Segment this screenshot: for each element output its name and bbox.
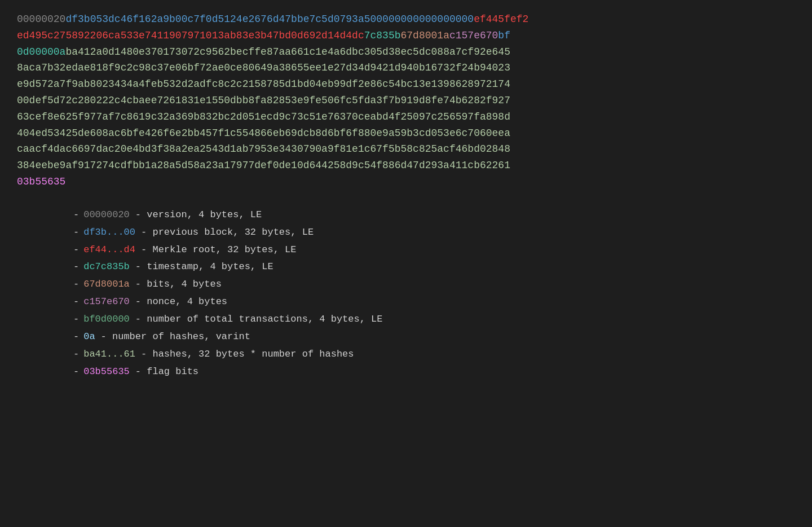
hashes-part8: 384eebe9af917274cdfbb1a28a5d58a23a17977d… (17, 160, 510, 171)
prev-block-part1: df3b053dc46f162a9b00c7f0d5124e2676d47bbe… (65, 14, 370, 25)
hex-line-4: 8aca7b32edae818f9c2c98c37e06bf72ae0ce806… (17, 62, 510, 73)
legend-item-flag-bits: - 03b55635 - flag bits (73, 364, 795, 380)
total-tx-hex: 0d00000a (17, 46, 65, 58)
legend-item-nonce: - c157e670 - nonce, 4 bytes (73, 294, 795, 310)
legend-item-hashes: - ba41...61 - hashes, 32 bytes * number … (73, 346, 795, 363)
dash: - (73, 225, 79, 241)
hex-line-11: 03b55635 (17, 176, 65, 187)
legend-key-merkle: ef44...d4 (83, 242, 135, 258)
hex-line-6: 00def5d72c280222c4cbaee7261831e1550dbb8f… (17, 95, 510, 106)
legend-key-prev-block: df3b...00 (83, 225, 135, 241)
legend: - 00000020 - version, 4 bytes, LE - df3b… (17, 207, 795, 380)
legend-desc-version: - version, 4 bytes, LE (135, 207, 262, 223)
legend-key-flag-bits: 03b55635 (83, 364, 130, 380)
hex-line-7: 63cef8e625f977af7c8619c32a369b832bc2d051… (17, 111, 510, 122)
legend-item-merkle: - ef44...d4 - Merkle root, 32 bytes, LE (73, 242, 795, 258)
legend-item-bits: - 67d8001a - bits, 4 bytes (73, 276, 795, 293)
merkle-root-part1: ef445fef2 (474, 14, 528, 25)
hashes-part3: e9d572a7f9ab8023434a4feb532d2adfc8c2c215… (17, 78, 510, 90)
hex-line-5: e9d572a7f9ab8023434a4feb532d2adfc8c2c215… (17, 78, 510, 90)
legend-desc-hashes: - hashes, 32 bytes * number of hashes (141, 346, 354, 363)
flag-bits-hex: 03b55635 (17, 176, 65, 187)
hashes-part4: 00def5d72c280222c4cbaee7261831e1550dbb8f… (17, 95, 510, 106)
legend-desc-total-tx: - number of total transactions, 4 bytes,… (135, 311, 383, 328)
legend-desc-bits: - bits, 4 bytes (135, 276, 222, 293)
extra-bf: bf (498, 30, 510, 41)
hashes-part5: 63cef8e625f977af7c8619c32a369b832bc2d051… (17, 111, 510, 122)
legend-key-total-tx: bf0d0000 (83, 311, 130, 328)
legend-key-version: 00000020 (83, 207, 130, 223)
dash: - (73, 311, 79, 328)
legend-item-total-tx: - bf0d0000 - number of total transaction… (73, 311, 795, 328)
legend-key-bits: 67d8001a (83, 276, 130, 293)
legend-desc-prev-block: - previous block, 32 bytes, LE (141, 225, 314, 241)
dash: - (73, 294, 79, 310)
dash: - (73, 364, 79, 380)
merkle-root-part2: ed495c275892206ca533e7411907971013ab83e3… (17, 30, 364, 41)
hashes-part1: ba412a0d1480e370173072c9562becffe87aa661… (65, 46, 510, 58)
bits-hex: 67d8001a (401, 30, 449, 41)
hashes-part6: 404ed53425de608ac6bfe426f6e2bb457f1c5548… (17, 128, 510, 139)
dash: - (73, 346, 79, 363)
legend-item-timestamp: - dc7c835b - timestamp, 4 bytes, LE (73, 259, 795, 275)
timestamp-hex: 7c835b (364, 30, 401, 41)
legend-key-timestamp: dc7c835b (83, 259, 130, 275)
legend-desc-merkle: - Merkle root, 32 bytes, LE (141, 242, 296, 258)
dash: - (73, 259, 79, 275)
dash: - (73, 207, 79, 223)
legend-desc-timestamp: - timestamp, 4 bytes, LE (135, 259, 273, 275)
dash: - (73, 276, 79, 293)
legend-key-hashes: ba41...61 (83, 346, 135, 363)
prev-block-part2: 00000000000000000 (370, 14, 474, 25)
nonce-hex: c157e670 (449, 30, 498, 41)
hashes-part2: 8aca7b32edae818f9c2c98c37e06bf72ae0ce806… (17, 62, 510, 73)
hex-line-9: caacf4dac6697dac20e4bd3f38a2ea2543d1ab79… (17, 143, 510, 155)
hex-line-2: ed495c275892206ca533e7411907971013ab83e3… (17, 30, 510, 41)
hashes-part7: caacf4dac6697dac20e4bd3f38a2ea2543d1ab79… (17, 143, 510, 155)
hex-display: 00000020df3b053dc46f162a9b00c7f0d5124e26… (17, 11, 795, 190)
legend-item-prev-block: - df3b...00 - previous block, 32 bytes, … (73, 225, 795, 241)
hex-line-1: 00000020df3b053dc46f162a9b00c7f0d5124e26… (17, 14, 528, 25)
offset-1: 00000020 (17, 14, 65, 25)
dash: - (73, 242, 79, 258)
dash: - (73, 329, 79, 345)
legend-key-num-hashes: 0a (83, 329, 95, 345)
legend-item-version: - 00000020 - version, 4 bytes, LE (73, 207, 795, 223)
hex-line-3: 0d00000aba412a0d1480e370173072c9562becff… (17, 46, 510, 58)
legend-item-num-hashes: - 0a - number of hashes, varint (73, 329, 795, 345)
legend-desc-num-hashes: - number of hashes, varint (101, 329, 250, 345)
hex-line-10: 384eebe9af917274cdfbb1a28a5d58a23a17977d… (17, 160, 510, 171)
hex-line-8: 404ed53425de608ac6bfe426f6e2bb457f1c5548… (17, 128, 510, 139)
legend-desc-nonce: - nonce, 4 bytes (135, 294, 227, 310)
legend-desc-flag-bits: - flag bits (135, 364, 198, 380)
legend-key-nonce: c157e670 (83, 294, 130, 310)
